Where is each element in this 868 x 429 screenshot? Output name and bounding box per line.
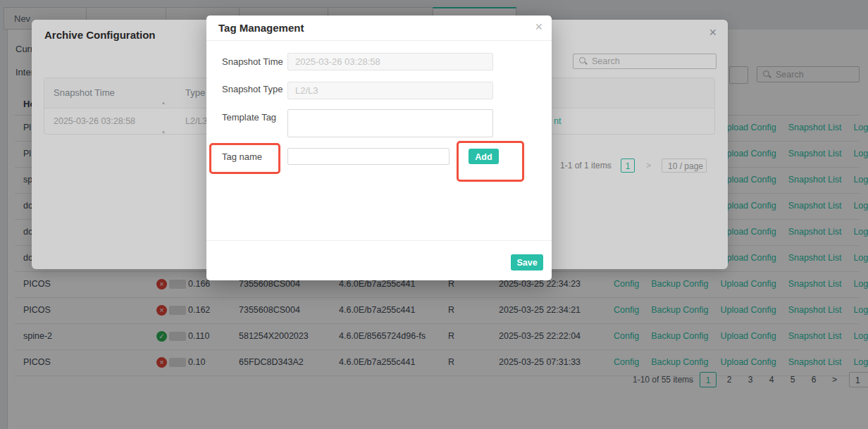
tag-modal-title: Tag Management	[218, 22, 304, 34]
close-icon[interactable]: ×	[535, 20, 542, 35]
save-button[interactable]: Save	[511, 254, 543, 271]
template-tag-textarea[interactable]	[287, 109, 493, 137]
snapshot-type-field	[287, 82, 493, 99]
tag-name-input[interactable]	[287, 148, 450, 165]
add-button[interactable]: Add	[469, 149, 499, 164]
tag-management-modal: Tag Management × Snapshot Time Snapshot …	[206, 15, 552, 280]
screen: Nev Curre Inter Ho PlConfigBackup Config…	[0, 0, 868, 429]
tag-name-label: Tag name	[222, 151, 262, 163]
tag-modal-header: Tag Management ×	[206, 15, 552, 41]
snapshot-time-field	[287, 53, 493, 70]
footer-divider	[206, 240, 552, 241]
snapshot-time-label: Snapshot Time	[222, 56, 283, 68]
template-tag-label: Template Tag	[222, 111, 276, 124]
snapshot-type-label: Snapshot Type	[222, 83, 283, 96]
